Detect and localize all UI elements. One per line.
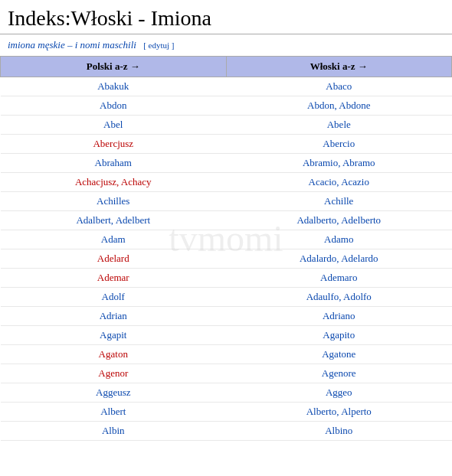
italian-name-cell: Albino (226, 422, 452, 441)
names-table: Polski a-z → Włoski a-z → AbakukAbacoAbd… (0, 56, 452, 441)
polish-name-cell: Abakuk (1, 77, 227, 96)
col-left-header: Polski a-z → (1, 57, 227, 77)
polish-name-link[interactable]: Albert (100, 406, 126, 417)
polish-name-cell: Achacjusz, Achacy (1, 173, 227, 192)
italian-name-link[interactable]: Albino (325, 425, 352, 436)
table-row: AdemarAdemaro (1, 269, 452, 288)
polish-name-link[interactable]: Agenor (98, 367, 128, 379)
subtitle-link[interactable]: imiona męskie – i nomi maschili (8, 39, 136, 51)
polish-name-link[interactable]: Ademar (97, 272, 129, 283)
italian-name-link[interactable]: Abramio, Abramo (303, 157, 375, 168)
italian-name-link[interactable]: Adriano (323, 310, 355, 321)
italian-name-link[interactable]: Alberto, Alperto (306, 406, 372, 417)
italian-name-cell: Alberto, Alperto (226, 403, 452, 422)
table-row: AbercjuszAbercio (1, 135, 452, 154)
polish-name-cell: Abraham (1, 154, 227, 173)
polish-name-cell: Abdon (1, 96, 227, 116)
italian-name-cell: Abdon, Abdone (226, 96, 452, 116)
italian-name-link[interactable]: Abdon, Abdone (307, 99, 370, 111)
table-row: AgenorAgenore (1, 364, 452, 383)
polish-name-cell: Adalbert, Adelbert (1, 211, 227, 230)
table-row: AdelardAdalardo, Adelardo (1, 249, 452, 269)
table-row: AlbertAlberto, Alperto (1, 403, 452, 422)
polish-name-cell: Abercjusz (1, 135, 227, 154)
italian-name-cell: Agatone (226, 345, 452, 364)
italian-name-cell: Abercio (226, 135, 452, 154)
table-row: AlbinAlbino (1, 422, 452, 441)
table-row: AgapitAgapito (1, 326, 452, 345)
italian-name-link[interactable]: Abaco (326, 80, 352, 92)
polish-name-cell: Albin (1, 422, 227, 441)
italian-name-link[interactable]: Adalardo, Adelardo (300, 253, 378, 264)
italian-name-link[interactable]: Adamo (324, 233, 353, 245)
polish-name-cell: Agaton (1, 345, 227, 364)
polish-name-link[interactable]: Adolf (102, 291, 125, 302)
italian-name-cell: Adaulfo, Adolfo (226, 288, 452, 307)
polish-name-link[interactable]: Agaton (99, 348, 128, 360)
polish-name-cell: Adam (1, 230, 227, 249)
italian-name-link[interactable]: Adaulfo, Adolfo (306, 291, 372, 302)
italian-name-link[interactable]: Adalberto, Adelberto (296, 214, 381, 226)
italian-name-link[interactable]: Agapito (323, 329, 355, 341)
table-row: AdrianAdriano (1, 307, 452, 326)
polish-name-link[interactable]: Achacjusz, Achacy (75, 176, 152, 187)
italian-name-link[interactable]: Aggeo (326, 386, 352, 398)
polish-name-cell: Albert (1, 403, 227, 422)
italian-name-cell: Ademaro (226, 269, 452, 288)
col-right-header: Włoski a-z → (226, 57, 452, 77)
table-row: AgatonAgatone (1, 345, 452, 364)
italian-name-cell: Adamo (226, 230, 452, 249)
italian-name-link[interactable]: Achille (324, 195, 353, 207)
italian-name-cell: Abaco (226, 77, 452, 96)
italian-name-cell: Abele (226, 116, 452, 135)
polish-name-link[interactable]: Achilles (97, 195, 129, 207)
italian-name-cell: Aggeo (226, 383, 452, 403)
polish-name-link[interactable]: Adalbert, Adelbert (76, 214, 150, 226)
table-row: Achacjusz, AchacyAcacio, Acazio (1, 173, 452, 192)
italian-name-link[interactable]: Abele (327, 119, 351, 130)
polish-name-cell: Aggeusz (1, 383, 227, 403)
italian-name-cell: Abramio, Abramo (226, 154, 452, 173)
table-row: AdolfAdaulfo, Adolfo (1, 288, 452, 307)
table-row: AbelAbele (1, 116, 452, 135)
italian-name-cell: Adriano (226, 307, 452, 326)
polish-name-cell: Adolf (1, 288, 227, 307)
table-row: AbakukAbaco (1, 77, 452, 96)
polish-name-link[interactable]: Abraham (95, 157, 132, 168)
italian-name-link[interactable]: Abercio (323, 138, 355, 149)
italian-name-cell: Achille (226, 192, 452, 211)
polish-name-cell: Adelard (1, 249, 227, 269)
edit-link[interactable]: [ edytuj ] (143, 41, 174, 50)
table-row: Adalbert, AdelbertAdalberto, Adelberto (1, 211, 452, 230)
polish-name-cell: Adrian (1, 307, 227, 326)
italian-name-cell: Agenore (226, 364, 452, 383)
page-title: Indeks:Włoski - Imiona (0, 0, 452, 34)
polish-name-link[interactable]: Aggeusz (96, 386, 131, 398)
polish-name-link[interactable]: Abel (103, 119, 123, 130)
polish-name-cell: Agapit (1, 326, 227, 345)
polish-name-cell: Agenor (1, 364, 227, 383)
polish-name-link[interactable]: Albin (102, 425, 125, 436)
italian-name-link[interactable]: Ademaro (320, 272, 357, 283)
polish-name-cell: Ademar (1, 269, 227, 288)
table-row: AggeuszAggeo (1, 383, 452, 403)
polish-name-link[interactable]: Adam (101, 233, 126, 245)
italian-name-cell: Adalardo, Adelardo (226, 249, 452, 269)
italian-name-link[interactable]: Agatone (322, 348, 355, 360)
polish-name-link[interactable]: Abercjusz (93, 138, 133, 149)
polish-name-link[interactable]: Adrian (100, 310, 127, 321)
italian-name-cell: Acacio, Acazio (226, 173, 452, 192)
italian-name-cell: Agapito (226, 326, 452, 345)
italian-name-link[interactable]: Acacio, Acazio (309, 176, 369, 187)
polish-name-cell: Abel (1, 116, 227, 135)
table-row: AbrahamAbramio, Abramo (1, 154, 452, 173)
polish-name-link[interactable]: Adelard (97, 253, 129, 264)
italian-name-cell: Adalberto, Adelberto (226, 211, 452, 230)
italian-name-link[interactable]: Agenore (322, 367, 356, 379)
table-row: AdamAdamo (1, 230, 452, 249)
polish-name-link[interactable]: Abdon (100, 99, 126, 111)
polish-name-link[interactable]: Abakuk (97, 80, 129, 92)
table-row: AchillesAchille (1, 192, 452, 211)
polish-name-link[interactable]: Agapit (100, 329, 126, 341)
polish-name-cell: Achilles (1, 192, 227, 211)
